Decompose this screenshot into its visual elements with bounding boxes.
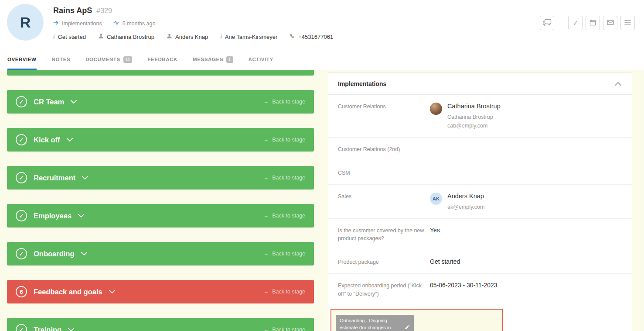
- stage-name: Kick off: [34, 136, 60, 144]
- documents-count-badge: 11: [123, 56, 133, 63]
- last-activity-label: 5 months ago: [123, 21, 156, 27]
- back-to-stage-label: Back to stage: [272, 213, 305, 219]
- back-to-stage-label: Back to stage: [272, 137, 305, 143]
- back-to-stage-link[interactable]: ←Back to stage: [264, 327, 305, 331]
- field-label: Onboarding - Ongoing estimate (for chang…: [340, 317, 401, 331]
- back-arrow-icon: ←: [264, 213, 269, 219]
- field-row-expected-onboarding-period: Expected onboarding period ("Kick off" t…: [328, 274, 632, 306]
- meta-label: Ane Tams-Kirsmeyer: [225, 34, 277, 40]
- field-label: Customer Relations: [338, 102, 430, 111]
- stage-name: Recruitment: [34, 174, 75, 182]
- collapse-panel-button[interactable]: [614, 79, 622, 88]
- chevron-down-icon[interactable]: [81, 252, 87, 256]
- breadcrumb[interactable]: Implementations: [53, 20, 102, 27]
- back-to-stage-link[interactable]: ←Back to stage: [264, 99, 305, 105]
- back-to-stage-link[interactable]: ←Back to stage: [264, 213, 305, 219]
- field-label: Sales: [338, 192, 430, 201]
- record-info: Rains ApS #329 Implementations 5 months …: [53, 4, 333, 40]
- field-row-customer-relations-2nd: Customer Relations (2nd): [328, 138, 632, 161]
- back-arrow-icon: ←: [264, 175, 269, 181]
- chevron-down-icon[interactable]: [82, 176, 88, 180]
- field-row-csm: CSM: [328, 161, 632, 185]
- chevron-down-icon[interactable]: [68, 328, 74, 331]
- stage-name: Training: [34, 326, 61, 331]
- meta-label: Get started: [58, 34, 86, 40]
- tab-documents[interactable]: DOCUMENTS11: [85, 49, 132, 70]
- back-arrow-icon: ←: [264, 251, 269, 257]
- chevron-down-icon[interactable]: [67, 138, 73, 142]
- meta-person-2: Anders Knap: [167, 33, 208, 40]
- stage-cr-team[interactable]: ✓ CR Team ←Back to stage: [7, 90, 314, 114]
- back-to-stage-link[interactable]: ←Back to stage: [264, 251, 305, 257]
- back-to-stage-label: Back to stage: [272, 99, 305, 105]
- tab-overview[interactable]: OVERVIEW: [7, 49, 37, 70]
- field-label: Is the customer covered by the new produ…: [338, 226, 430, 243]
- person-card: AK Anders Knap ak@emply.com: [430, 193, 484, 211]
- phone-icon: [290, 33, 295, 40]
- tab-activity[interactable]: ACTIVITY: [249, 49, 273, 70]
- menu-button[interactable]: [620, 16, 635, 30]
- details-column: Implementations Customer Relations Catha…: [328, 70, 632, 331]
- mail-button[interactable]: [603, 16, 617, 30]
- meta-label: Catharina Brostrup: [107, 34, 154, 40]
- stage-training[interactable]: ✓ Training ←Back to stage: [7, 318, 314, 331]
- stage-onboarding[interactable]: ✓ Onboarding ←Back to stage: [7, 242, 314, 265]
- tab-feedback[interactable]: FEEDBACK: [147, 49, 177, 70]
- field-label: CSM: [338, 168, 430, 177]
- person-subname: Catharina Brostrup: [447, 113, 501, 121]
- person-icon: [98, 33, 104, 40]
- check-icon: ✓: [19, 327, 24, 331]
- person-email: cab@emply.com: [447, 121, 501, 130]
- chevron-down-icon[interactable]: [78, 214, 84, 218]
- stage-name: Employees: [34, 212, 72, 220]
- check-icon: ✓: [19, 251, 24, 257]
- tab-label: NOTES: [52, 57, 71, 62]
- last-activity: 5 months ago: [113, 20, 156, 27]
- stage-check-badge: ✓: [16, 96, 27, 107]
- check-icon: ✓: [19, 213, 24, 219]
- tab-label: MESSAGES: [193, 57, 223, 62]
- info-icon: i: [220, 33, 222, 40]
- comments-button[interactable]: [540, 16, 554, 30]
- info-icon: i: [53, 33, 55, 40]
- check-icon: ✓: [572, 19, 578, 27]
- tab-notes[interactable]: NOTES: [52, 49, 71, 70]
- pencil-icon[interactable]: [405, 324, 410, 331]
- stage-employees[interactable]: ✓ Employees ←Back to stage: [7, 204, 314, 228]
- panel-header: Implementations: [328, 73, 632, 95]
- tab-label: OVERVIEW: [7, 57, 37, 62]
- back-arrow-icon: ←: [264, 289, 269, 295]
- check-icon: ✓: [19, 175, 24, 181]
- breadcrumb-label: Implementations: [62, 21, 102, 27]
- stage-kick-off[interactable]: ✓ Kick off ←Back to stage: [7, 128, 314, 152]
- back-to-stage-label: Back to stage: [272, 327, 305, 331]
- tab-label: DOCUMENTS: [85, 57, 120, 62]
- header-actions: ✓: [540, 4, 637, 30]
- field-row-customer-relations: Customer Relations Catharina Brostrup Ca…: [328, 95, 632, 138]
- field-value: Yes: [430, 226, 440, 234]
- meta-person-1: Catharina Brostrup: [98, 33, 154, 40]
- chevron-down-icon[interactable]: [109, 290, 115, 294]
- company-avatar-letter: R: [20, 14, 31, 31]
- stage-recruitment[interactable]: ✓ Recruitment ←Back to stage: [7, 166, 314, 190]
- stage-name: Onboarding: [34, 250, 75, 258]
- person-icon: [167, 33, 172, 40]
- chevron-down-icon[interactable]: [71, 100, 77, 104]
- company-avatar: R: [7, 4, 44, 41]
- field-label-tooltip[interactable]: Onboarding - Ongoing estimate (for chang…: [336, 315, 414, 331]
- field-row-onboarding-estimate: Onboarding - Ongoing estimate (for chang…: [328, 305, 632, 331]
- back-to-stage-link[interactable]: ←Back to stage: [264, 175, 305, 181]
- back-to-stage-link[interactable]: ←Back to stage: [264, 137, 305, 143]
- meta-label: +4531677061: [298, 34, 333, 40]
- tasks-button[interactable]: ✓: [568, 16, 583, 30]
- back-to-stage-link[interactable]: ←Back to stage: [264, 289, 305, 295]
- meta-person-3: i Ane Tams-Kirsmeyer: [220, 33, 277, 40]
- stage-feedback-and-goals[interactable]: 6 Feedback and goals ←Back to stage: [7, 280, 314, 303]
- field-row-sales: Sales AK Anders Knap ak@emply.com: [328, 185, 632, 219]
- tab-messages[interactable]: MESSAGES1: [193, 49, 233, 70]
- stage-name: CR Team: [34, 98, 64, 106]
- field-row-covered-by-packages: Is the customer covered by the new produ…: [328, 219, 632, 251]
- back-to-stage-label: Back to stage: [272, 175, 305, 181]
- stage-bar-partial[interactable]: [7, 70, 314, 76]
- calendar-button[interactable]: [586, 16, 600, 30]
